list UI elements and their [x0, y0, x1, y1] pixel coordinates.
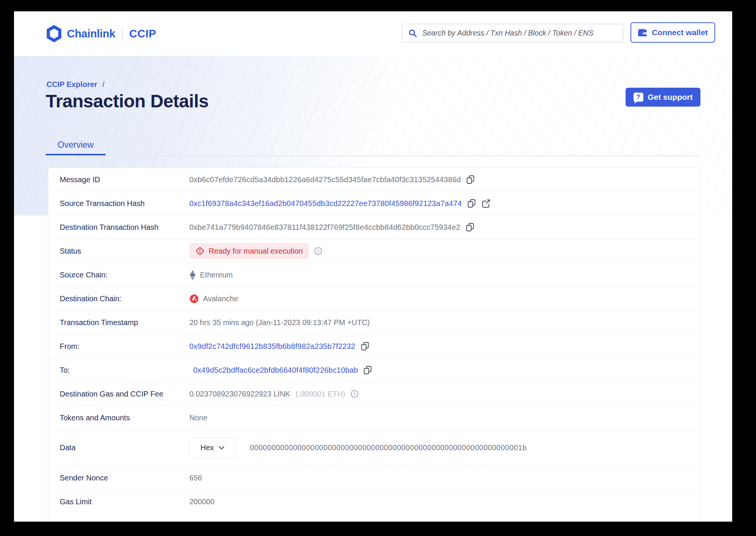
- get-support-button[interactable]: ? Get support: [626, 88, 700, 107]
- copy-button[interactable]: [361, 342, 369, 351]
- external-link-button[interactable]: [481, 199, 491, 208]
- sender-nonce-value: 656: [189, 474, 202, 482]
- gas-limit-value: 200000: [189, 497, 215, 506]
- row-label: Destination Transaction Hash: [60, 223, 189, 232]
- wallet-icon: [638, 28, 647, 37]
- fee-value: 0.023708923076922923 LINK: [189, 390, 290, 398]
- destination-chain: Avalanche: [189, 294, 238, 304]
- source-tx-hash-link[interactable]: 0xc1f69378a4c343ef16ad2b0470455db3cd2222…: [189, 199, 462, 208]
- row-label: To:: [60, 366, 189, 375]
- ethereum-icon: [189, 270, 196, 280]
- brand-logo[interactable]: Chainlink CCIP: [46, 25, 156, 42]
- copy-button[interactable]: [466, 223, 474, 232]
- brand-name: Chainlink: [67, 28, 115, 40]
- copy-button[interactable]: [466, 175, 475, 184]
- table-row-source-chain: Source Chain: Ethereum: [48, 263, 700, 287]
- row-label: Source Chain:: [60, 271, 189, 279]
- brand-product: CCIP: [129, 28, 156, 40]
- top-navbar: Chainlink CCIP Connect wallet: [14, 11, 732, 56]
- fee-info-button[interactable]: [350, 390, 359, 398]
- search-bar[interactable]: [402, 24, 623, 42]
- data-hex-value: 0000000000000000000000000000000000000000…: [250, 443, 527, 452]
- transaction-details-card: Message ID 0xb6c07efde726cd5a34dbb1226a6…: [48, 167, 700, 522]
- search-input[interactable]: [422, 29, 617, 37]
- search-icon: [408, 29, 417, 38]
- copy-icon: [361, 342, 369, 351]
- to-address-link[interactable]: 0x49d5c2bdffac6ce2bfdb6640f4f80f226bc10b…: [193, 366, 358, 375]
- info-icon: [314, 247, 322, 255]
- from-address-link[interactable]: 0x9df2c742dfcf9612b835fb6b8f982a235b7f22…: [189, 342, 355, 351]
- destination-chain-name: Avalanche: [203, 294, 238, 303]
- breadcrumb-ccip-explorer-link[interactable]: CCIP Explorer: [46, 80, 97, 88]
- message-id-value: 0xb6c07efde726cd5a34dbb1226a6d4275c55d34…: [189, 175, 461, 184]
- tab-overview[interactable]: Overview: [46, 136, 105, 155]
- question-bubble-icon: ?: [634, 93, 643, 102]
- table-row-timestamp: Transaction Timestamp 20 hrs 35 mins ago…: [48, 311, 700, 335]
- row-label: Message ID: [60, 175, 189, 184]
- info-icon: [350, 390, 359, 398]
- app-window: Chainlink CCIP Connect wallet CCIP Explo…: [14, 11, 732, 522]
- table-row-from: From: 0x9df2c742dfcf9612b835fb6b8f982a23…: [48, 335, 700, 358]
- status-info-button[interactable]: [314, 247, 322, 255]
- alert-diamond-icon: [195, 246, 204, 256]
- status-badge: Ready for manual execution: [189, 243, 309, 259]
- table-row-data: Data Hex 0000000000000000000000000000000…: [48, 430, 700, 466]
- row-label: Gas Limit: [60, 497, 189, 506]
- breadcrumb-separator: /: [102, 80, 105, 88]
- data-format-dropdown[interactable]: Hex: [189, 437, 235, 459]
- copy-button[interactable]: [467, 199, 476, 208]
- status-text: Ready for manual execution: [209, 247, 303, 256]
- table-row-sender-nonce: Sender Nonce 656: [48, 466, 700, 490]
- table-row-message-id: Message ID 0xb6c07efde726cd5a34dbb1226a6…: [48, 168, 700, 192]
- dest-tx-hash-value: 0xbe741a779b9407846e837811f438122f769f25…: [189, 223, 460, 232]
- row-label: Data: [60, 443, 189, 452]
- chainlink-hexagon-icon: [46, 25, 62, 42]
- source-chain: Ethereum: [189, 270, 233, 280]
- row-label: Destination Gas and CCIP Fee: [60, 390, 189, 398]
- table-row-dest-tx-hash: Destination Transaction Hash 0xbe741a779…: [48, 215, 700, 239]
- connect-wallet-label: Connect wallet: [652, 28, 708, 37]
- table-row-source-tx-hash: Source Transaction Hash 0xc1f69378a4c343…: [48, 192, 700, 215]
- copy-icon: [466, 175, 475, 184]
- row-label: Status: [60, 247, 189, 256]
- timestamp-value: 20 hrs 35 mins ago (Jan-11-2023 09:13:47…: [189, 318, 370, 327]
- table-row-dest-chain: Destination Chain: Avalanche: [48, 287, 700, 311]
- get-support-label: Get support: [648, 93, 693, 102]
- brand-divider: [122, 28, 122, 39]
- chevron-down-icon: [218, 446, 225, 450]
- row-label: Tokens and Amounts: [60, 414, 189, 422]
- row-label: Source Transaction Hash: [60, 199, 189, 208]
- external-link-icon: [481, 199, 491, 208]
- page-title: Transaction Details: [46, 91, 209, 112]
- data-format-selected: Hex: [200, 443, 214, 452]
- tab-bar: Overview: [46, 136, 700, 156]
- row-label: Sender Nonce: [60, 474, 189, 482]
- row-label: Destination Chain:: [60, 294, 189, 303]
- copy-icon: [363, 366, 372, 375]
- connect-wallet-button[interactable]: Connect wallet: [631, 22, 715, 43]
- copy-button[interactable]: [363, 366, 372, 375]
- row-label: From:: [60, 342, 189, 351]
- tokens-value: None: [189, 414, 208, 422]
- copy-icon: [467, 199, 476, 208]
- table-row-fee: Destination Gas and CCIP Fee 0.023708923…: [48, 382, 700, 406]
- table-row-status: Status Ready for manual execution: [48, 239, 700, 263]
- table-row-to: To: 0x49d5c2bdffac6ce2bfdb6640f4f80f226b…: [48, 358, 700, 382]
- source-chain-name: Ethereum: [200, 271, 233, 279]
- table-row-tokens: Tokens and Amounts None: [48, 406, 700, 430]
- copy-icon: [466, 223, 474, 232]
- table-row-gas-limit: Gas Limit 200000: [48, 490, 700, 514]
- fee-eth-equivalent: (.000001 ETH): [296, 390, 345, 398]
- row-label: Transaction Timestamp: [60, 318, 189, 327]
- breadcrumb: CCIP Explorer /: [46, 80, 104, 89]
- avalanche-icon: [189, 294, 199, 304]
